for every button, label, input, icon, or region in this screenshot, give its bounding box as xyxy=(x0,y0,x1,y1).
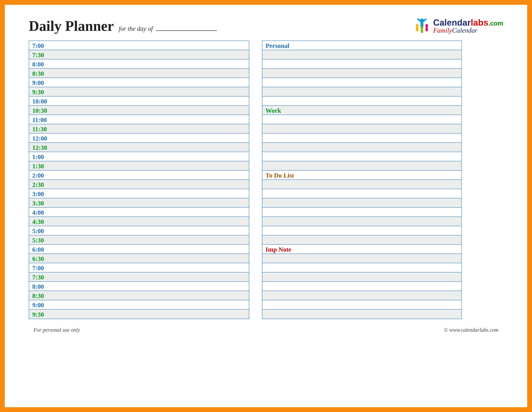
note-line[interactable] xyxy=(262,50,461,59)
date-blank-line[interactable] xyxy=(156,30,217,31)
note-line[interactable] xyxy=(262,189,461,198)
note-line[interactable] xyxy=(262,115,461,124)
time-slot[interactable]: 2:00 xyxy=(29,170,249,180)
note-line[interactable] xyxy=(262,124,461,133)
note-line[interactable] xyxy=(262,133,461,143)
time-label: 3:00 xyxy=(32,190,44,198)
time-slot[interactable]: 11:00 xyxy=(29,115,249,124)
note-line[interactable] xyxy=(262,263,461,272)
logo: Calendarlabs.com FamilyCalendar xyxy=(413,18,503,34)
note-line[interactable] xyxy=(262,254,461,263)
section-header[interactable]: Personal xyxy=(262,41,461,50)
time-slot[interactable]: 5:30 xyxy=(29,235,249,245)
note-line[interactable] xyxy=(262,96,461,106)
section-header[interactable]: Work xyxy=(262,106,461,115)
time-label: 12:30 xyxy=(32,144,47,151)
note-line[interactable] xyxy=(262,69,461,78)
time-label: 6:00 xyxy=(32,246,44,253)
section-header[interactable]: To Do List xyxy=(262,170,461,180)
time-slot[interactable]: 4:00 xyxy=(29,208,249,217)
time-slot[interactable]: 9:30 xyxy=(29,309,249,319)
note-line[interactable] xyxy=(262,78,461,87)
time-label: 9:30 xyxy=(32,311,44,318)
note-line[interactable] xyxy=(262,272,461,282)
logo-calendar2: Calendar xyxy=(452,27,477,34)
time-slot[interactable]: 10:30 xyxy=(29,106,249,115)
time-label: 6:30 xyxy=(32,255,44,262)
time-slot[interactable]: 11:30 xyxy=(29,124,249,133)
time-slot[interactable]: 12:30 xyxy=(29,143,249,152)
time-slot[interactable]: 4:30 xyxy=(29,217,249,226)
time-slot[interactable]: 7:30 xyxy=(29,50,249,59)
time-slot[interactable]: 8:00 xyxy=(29,59,249,69)
time-slot[interactable]: 3:00 xyxy=(29,189,249,198)
note-line[interactable] xyxy=(262,161,461,170)
time-slot[interactable]: 2:30 xyxy=(29,180,249,189)
svg-point-4 xyxy=(425,24,428,27)
time-slot[interactable]: 8:30 xyxy=(29,291,249,300)
note-line[interactable] xyxy=(262,180,461,189)
time-label: 4:00 xyxy=(32,209,44,216)
time-slot[interactable]: 7:00 xyxy=(29,263,249,272)
sidebar-table: PersonalWorkTo Do ListImp Note xyxy=(262,41,462,319)
time-label: 8:00 xyxy=(32,283,44,290)
note-line[interactable] xyxy=(262,198,461,208)
time-slot[interactable]: 9:00 xyxy=(29,300,249,309)
content: 7:007:308:008:309:009:3010:0010:3011:001… xyxy=(29,41,503,319)
time-label: 9:30 xyxy=(32,88,44,96)
time-slot[interactable]: 3:30 xyxy=(29,198,249,208)
time-label: 11:00 xyxy=(32,116,47,124)
time-slot[interactable]: 9:30 xyxy=(29,87,249,96)
time-slot[interactable]: 9:00 xyxy=(29,78,249,87)
time-label: 7:30 xyxy=(32,51,44,59)
note-line[interactable] xyxy=(262,226,461,235)
time-slot[interactable]: 8:30 xyxy=(29,69,249,78)
time-label: 5:00 xyxy=(32,227,44,235)
time-label: 1:30 xyxy=(32,162,44,170)
note-line[interactable] xyxy=(262,235,461,245)
planner-page: Daily Planner for the day of xyxy=(0,0,532,412)
note-line[interactable] xyxy=(262,291,461,300)
logo-family: Family xyxy=(433,27,452,34)
time-slot[interactable]: 6:30 xyxy=(29,254,249,263)
logo-labs: labs xyxy=(471,18,488,28)
svg-point-6 xyxy=(420,26,423,29)
time-slot[interactable]: 7:00 xyxy=(29,41,249,50)
time-label: 10:00 xyxy=(32,98,47,105)
time-label: 2:30 xyxy=(32,181,44,188)
note-line[interactable] xyxy=(262,309,461,319)
time-slot[interactable]: 1:30 xyxy=(29,161,249,170)
note-line[interactable] xyxy=(262,87,461,96)
time-slot[interactable]: 10:00 xyxy=(29,96,249,106)
time-label: 8:30 xyxy=(32,70,44,77)
logo-line2: FamilyCalendar xyxy=(433,27,503,34)
time-slot[interactable]: 5:00 xyxy=(29,226,249,235)
note-line[interactable] xyxy=(262,143,461,152)
title-block: Daily Planner for the day of xyxy=(29,18,217,34)
section-label: To Do List xyxy=(266,172,294,179)
time-label: 9:00 xyxy=(32,301,44,309)
section-header[interactable]: Imp Note xyxy=(262,245,461,254)
note-line[interactable] xyxy=(262,208,461,217)
time-slot[interactable]: 1:00 xyxy=(29,152,249,161)
svg-point-2 xyxy=(416,24,418,27)
time-slot[interactable]: 12:00 xyxy=(29,133,249,143)
time-label: 5:30 xyxy=(32,236,44,244)
time-slot[interactable]: 7:30 xyxy=(29,272,249,282)
subtitle-text: for the day of xyxy=(119,25,153,32)
note-line[interactable] xyxy=(262,217,461,226)
page-subtitle: for the day of xyxy=(119,25,217,32)
logo-calendar: Calendar xyxy=(433,18,471,28)
note-line[interactable] xyxy=(262,300,461,309)
time-label: 7:00 xyxy=(32,264,44,272)
time-label: 7:30 xyxy=(32,273,44,281)
header: Daily Planner for the day of xyxy=(29,18,503,34)
time-label: 7:00 xyxy=(32,42,44,49)
time-label: 12:00 xyxy=(32,135,47,142)
note-line[interactable] xyxy=(262,282,461,291)
note-line[interactable] xyxy=(262,59,461,69)
time-slot[interactable]: 6:00 xyxy=(29,245,249,254)
time-slot[interactable]: 8:00 xyxy=(29,282,249,291)
schedule-table: 7:007:308:008:309:009:3010:0010:3011:001… xyxy=(29,41,249,319)
note-line[interactable] xyxy=(262,152,461,161)
